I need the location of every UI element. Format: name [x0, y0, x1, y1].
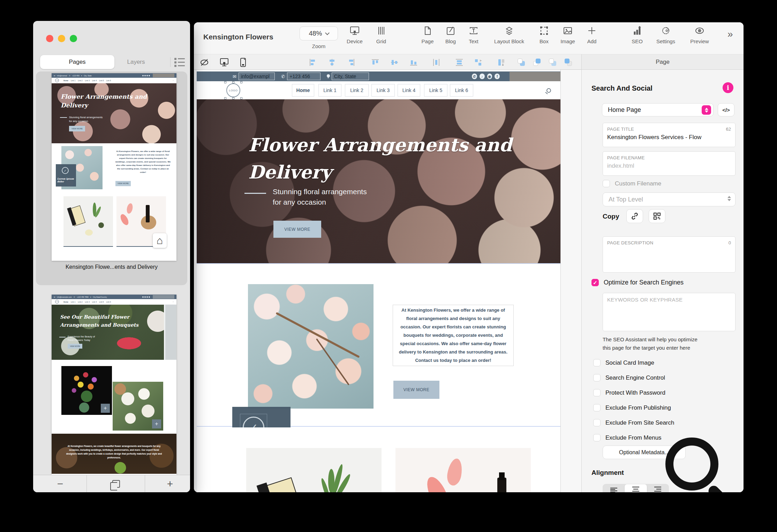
thumb-about: ✓ Lorem ipsum dolor At Kensington Flower… — [52, 143, 176, 192]
align-text-left-button[interactable] — [603, 484, 625, 492]
selected-placeholder-box[interactable] — [510, 72, 560, 81]
toolbar-grid-button[interactable]: Grid — [365, 26, 397, 44]
hero-section[interactable]: Flower Arrangements and Delivery Stunnin… — [197, 99, 560, 263]
page-description-field[interactable]: PAGE DESCRIPTION 0 — [603, 236, 735, 273]
toolbar-seo-button[interactable]: SEO — [621, 26, 653, 44]
level-select[interactable]: At Top Level — [603, 192, 735, 206]
product-image-right[interactable] — [395, 448, 531, 492]
chevron-down-icon — [325, 31, 330, 35]
align-middle-v-icon[interactable] — [389, 57, 400, 68]
remove-page-button[interactable]: − — [47, 475, 73, 492]
page-item-2[interactable]: ✉info@example.com ✆+123 456 7890 ▾City,S… — [52, 295, 176, 475]
hero-view-more-button[interactable]: VIEW MORE — [273, 221, 321, 238]
desktop: Kensington Flowers 48% Zoom Device Grid … — [0, 0, 777, 532]
exclude-from-publishing-checkbox[interactable]: Exclude From Publishing — [593, 404, 671, 411]
hide-ui-eye-slash-icon[interactable] — [199, 57, 210, 68]
toolbar-layout-block-button[interactable]: Layout Block — [493, 26, 525, 44]
tiktok-icon[interactable]: ♪ — [480, 74, 485, 79]
product-image-left[interactable] — [246, 448, 382, 492]
custom-filename-checkbox[interactable]: Custom Filename — [603, 180, 661, 187]
map-pin-icon: ▾ — [90, 296, 91, 298]
align-bottom-icon[interactable] — [408, 57, 419, 68]
grid-icon — [376, 26, 386, 37]
duplicate-icon — [112, 480, 120, 488]
palette-bottom-bar: − + — [33, 475, 190, 492]
toolbar-settings-button[interactable]: Settings — [650, 26, 681, 44]
duplicate-page-button[interactable] — [108, 475, 124, 492]
nav-link-home[interactable]: Home — [292, 84, 314, 97]
nav-link-2[interactable]: Link 2 — [345, 84, 369, 97]
thumb-products: ⌂ — [52, 192, 176, 261]
about-text-box[interactable]: At Kensington Flowers, we offer a wide r… — [393, 305, 514, 366]
desktop-view-icon[interactable] — [219, 57, 229, 68]
align-top-icon[interactable] — [370, 57, 380, 68]
toolbar-overflow-button[interactable]: » — [727, 29, 733, 40]
toolbar-preview-button[interactable]: Preview — [684, 26, 715, 44]
nav-link-6[interactable]: Link 6 — [450, 84, 473, 97]
seo-bars-icon — [632, 26, 642, 37]
instagram-icon[interactable]: ◉ — [487, 74, 492, 79]
products-section — [197, 427, 560, 492]
about-view-more-button[interactable]: VIEW MORE — [393, 381, 439, 399]
char-count: 62 — [726, 127, 731, 132]
align-left-icon[interactable] — [308, 57, 318, 68]
facebook-icon[interactable]: f — [495, 74, 500, 79]
copy-link-button[interactable] — [626, 209, 643, 223]
mobile-view-icon[interactable] — [238, 57, 248, 68]
nav-link-4[interactable]: Link 4 — [398, 84, 420, 97]
distribute-h-icon[interactable] — [431, 57, 442, 68]
align-center-h-icon[interactable] — [327, 57, 337, 68]
logo-selected[interactable]: LOGO — [225, 82, 241, 98]
exclude-from-menus-checkbox[interactable]: Exclude From Menus — [593, 434, 662, 441]
page-icon — [422, 26, 433, 37]
qr-code-button[interactable] — [649, 209, 665, 223]
minimize-button[interactable] — [58, 35, 65, 42]
main-toolbar: Kensington Flowers 48% Zoom Device Grid … — [194, 22, 744, 54]
site-email-field[interactable]: info@exampl — [239, 73, 275, 80]
site-phone-field[interactable]: +123 456 — [287, 73, 320, 80]
toolbar-add-button[interactable]: Add — [576, 26, 608, 44]
tab-layers[interactable]: Layers — [119, 55, 153, 69]
page-type-select[interactable]: Home Page — [602, 103, 714, 116]
code-button[interactable]: </> — [718, 103, 734, 116]
bring-forward-icon[interactable] — [532, 57, 542, 68]
hero-subtitle: Stunning floral arrangements for any occ… — [273, 187, 367, 207]
nav-link-5[interactable]: Link 5 — [424, 84, 447, 97]
info-icon[interactable]: i — [723, 82, 733, 93]
add-page-button[interactable]: + — [157, 475, 183, 492]
optimize-checkbox[interactable]: ✓ Optimize for Search Engines — [591, 279, 684, 286]
zoom-select[interactable]: 48% — [300, 26, 338, 40]
exclude-from-site-search-checkbox[interactable]: Exclude From Site Search — [593, 419, 674, 426]
page-item-selected[interactable]: ✉info@exampl ✆+123 456 ▾City, State LOGO… — [36, 71, 187, 285]
page-title-field[interactable]: PAGE TITLE 62 Kensington Flowers Service… — [603, 123, 735, 147]
protect-with-password-checkbox[interactable]: Protect With Password — [593, 389, 665, 396]
palette-tabs: Pages Layers — [33, 55, 190, 70]
align-text-center-button[interactable] — [625, 484, 647, 492]
nav-link-3[interactable]: Link 3 — [371, 84, 395, 97]
tab-pages[interactable]: Pages — [40, 55, 114, 69]
whatsapp-icon[interactable]: ✆ — [472, 74, 477, 79]
page-filename-field[interactable]: PAGE FILENAME index.html — [603, 151, 735, 176]
social-card-image-checkbox[interactable]: Social Card Image — [593, 359, 654, 366]
send-backward-icon[interactable] — [516, 57, 527, 68]
close-button[interactable] — [46, 35, 53, 42]
bring-to-front-icon[interactable] — [563, 57, 574, 68]
site-location-field[interactable]: City, State — [332, 73, 369, 80]
align-right-icon[interactable] — [346, 57, 356, 68]
search-icon[interactable] — [546, 88, 551, 93]
nav-link-1[interactable]: Link 1 — [318, 84, 341, 97]
keywords-field[interactable]: KEYWORDS OR KEYPHRASE — [603, 293, 735, 331]
search-engine-control-checkbox[interactable]: Search Engine Control — [593, 374, 665, 381]
map-pin-icon — [327, 74, 330, 79]
zoom-button[interactable] — [70, 35, 77, 42]
distribute-v-icon[interactable] — [454, 57, 465, 68]
plus-badge-icon: + — [101, 404, 110, 413]
thumb2-hero: See Our Beautiful Flower Arrangements an… — [52, 305, 176, 360]
space-evenly-icon[interactable] — [473, 57, 483, 68]
toolbar-text-button[interactable]: Text — [458, 26, 489, 44]
list-view-icon[interactable] — [174, 58, 185, 67]
blossom-image[interactable] — [248, 284, 374, 409]
resize-match-icon[interactable] — [496, 57, 506, 68]
alignment-label: Alignment — [591, 469, 624, 477]
send-to-back-icon[interactable] — [548, 57, 558, 68]
